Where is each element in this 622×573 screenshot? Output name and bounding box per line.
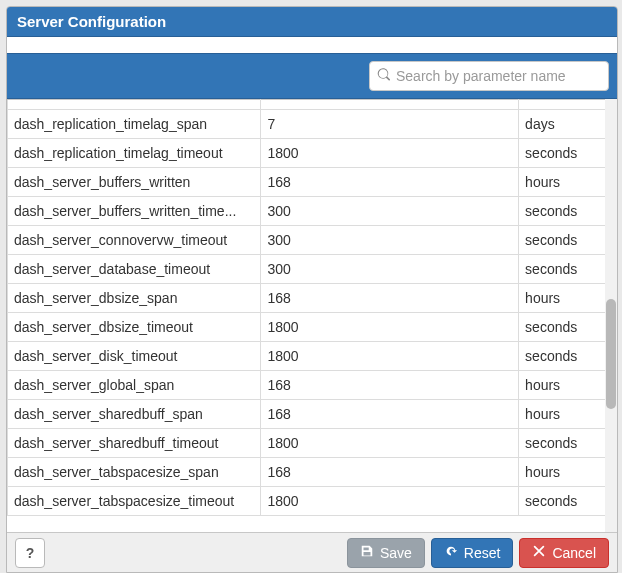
param-unit-cell: seconds (519, 255, 617, 284)
param-name-cell: dash_server_global_span (8, 371, 261, 400)
reset-button[interactable]: Reset (431, 538, 514, 568)
table-row[interactable]: dash_server_buffers_written_time...300se… (8, 197, 617, 226)
reset-label: Reset (464, 545, 501, 561)
table-row[interactable]: dash_server_tabspacesize_span168hours (8, 458, 617, 487)
param-value-cell[interactable]: 168 (261, 284, 519, 313)
param-unit-cell: hours (519, 168, 617, 197)
param-name-cell: dash_replication_timelag_timeout (8, 139, 261, 168)
param-name-cell: dash_server_connovervw_timeout (8, 226, 261, 255)
param-unit-cell: hours (519, 400, 617, 429)
table-row[interactable]: dash_server_disk_timeout1800seconds (8, 342, 617, 371)
param-value-cell[interactable]: 300 (261, 197, 519, 226)
param-name-cell: dash_server_disk_timeout (8, 342, 261, 371)
param-unit-cell: days (519, 110, 617, 139)
param-value-cell[interactable]: 300 (261, 255, 519, 284)
params-table: .dash_replication_timelag_span7daysdash_… (7, 99, 617, 516)
table-row[interactable]: dash_server_connovervw_timeout300seconds (8, 226, 617, 255)
table-row[interactable]: dash_server_global_span168hours (8, 371, 617, 400)
table-row[interactable]: dash_server_tabspacesize_timeout1800seco… (8, 487, 617, 516)
param-value-cell[interactable]: 168 (261, 371, 519, 400)
window-title: Server Configuration (17, 13, 166, 30)
param-value-cell[interactable]: 300 (261, 226, 519, 255)
cancel-icon (532, 544, 546, 561)
param-name-cell: dash_server_dbsize_span (8, 284, 261, 313)
table-row[interactable]: dash_server_buffers_written168hours (8, 168, 617, 197)
param-name-cell: dash_server_dbsize_timeout (8, 313, 261, 342)
param-name-cell: dash_server_sharedbuff_span (8, 400, 261, 429)
table-row[interactable]: dash_server_sharedbuff_span168hours (8, 400, 617, 429)
param-value-cell[interactable]: 1800 (261, 139, 519, 168)
table-row[interactable]: dash_replication_timelag_timeout1800seco… (8, 139, 617, 168)
table-area: .dash_replication_timelag_span7daysdash_… (7, 99, 617, 532)
param-unit-cell: seconds (519, 429, 617, 458)
param-value-cell[interactable]: 1800 (261, 342, 519, 371)
param-value-cell[interactable]: 168 (261, 458, 519, 487)
spacer (7, 37, 617, 53)
save-label: Save (380, 545, 412, 561)
save-icon (360, 544, 374, 561)
param-unit-cell: seconds (519, 487, 617, 516)
scrollbar-track[interactable] (605, 99, 617, 532)
param-value-cell[interactable]: 1800 (261, 487, 519, 516)
param-name-cell: dash_server_tabspacesize_span (8, 458, 261, 487)
table-row[interactable]: dash_replication_timelag_span7days (8, 110, 617, 139)
table-row[interactable]: dash_server_dbsize_timeout1800seconds (8, 313, 617, 342)
param-value-cell[interactable]: 168 (261, 168, 519, 197)
param-unit-cell: seconds (519, 197, 617, 226)
param-name-cell: dash_server_database_timeout (8, 255, 261, 284)
scrollbar-thumb[interactable] (606, 299, 616, 409)
reset-icon (444, 544, 458, 561)
param-name-cell: dash_server_sharedbuff_timeout (8, 429, 261, 458)
search-input[interactable] (369, 61, 609, 91)
help-button[interactable]: ? (15, 538, 45, 568)
param-value-cell[interactable]: 7 (261, 110, 519, 139)
table-row[interactable]: dash_server_sharedbuff_timeout1800second… (8, 429, 617, 458)
param-unit-cell: hours (519, 371, 617, 400)
table-row[interactable]: dash_server_dbsize_span168hours (8, 284, 617, 313)
search-wrap (369, 61, 609, 91)
param-unit-cell: seconds (519, 226, 617, 255)
param-name-cell: dash_server_tabspacesize_timeout (8, 487, 261, 516)
param-value-cell[interactable]: 168 (261, 400, 519, 429)
table-row[interactable]: . (8, 100, 617, 110)
param-value-cell[interactable]: 1800 (261, 313, 519, 342)
param-unit-cell (519, 100, 617, 110)
param-unit-cell: hours (519, 284, 617, 313)
cancel-button[interactable]: Cancel (519, 538, 609, 568)
param-name-cell: dash_server_buffers_written (8, 168, 261, 197)
search-bar (7, 53, 617, 99)
title-bar: Server Configuration (7, 7, 617, 37)
footer: ? Save Reset Cancel (7, 532, 617, 572)
param-name-cell: dash_server_buffers_written_time... (8, 197, 261, 226)
param-unit-cell: seconds (519, 313, 617, 342)
param-value-cell[interactable]: 1800 (261, 429, 519, 458)
cancel-label: Cancel (552, 545, 596, 561)
param-unit-cell: seconds (519, 139, 617, 168)
param-unit-cell: seconds (519, 342, 617, 371)
param-value-cell[interactable] (261, 100, 519, 110)
server-config-window: Server Configuration .dash_replication_t… (6, 6, 618, 573)
table-row[interactable]: dash_server_database_timeout300seconds (8, 255, 617, 284)
param-name-cell: dash_replication_timelag_span (8, 110, 261, 139)
param-unit-cell: hours (519, 458, 617, 487)
param-name-cell: . (8, 100, 261, 110)
help-label: ? (26, 545, 35, 561)
save-button[interactable]: Save (347, 538, 425, 568)
